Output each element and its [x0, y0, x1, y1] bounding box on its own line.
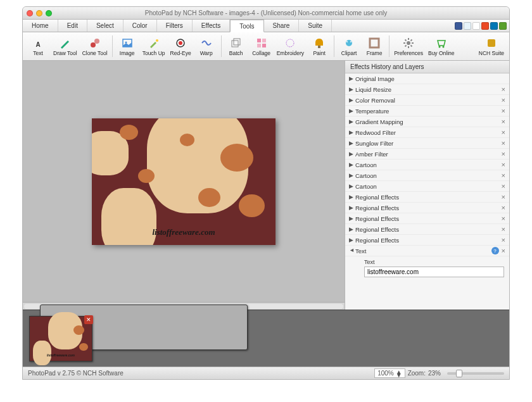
- minimize-window-button[interactable]: [36, 10, 42, 16]
- disclosure-arrow-icon[interactable]: ▶: [349, 108, 355, 114]
- layer-row[interactable]: ▶Cartoon?×: [345, 181, 509, 192]
- layer-delete-button[interactable]: ×: [502, 236, 505, 244]
- disclosure-arrow-icon[interactable]: ▼: [349, 248, 355, 254]
- thumbnail-item[interactable]: listoffreeware.com ✕: [29, 316, 92, 361]
- menu-color[interactable]: Color: [124, 20, 157, 32]
- disclosure-arrow-icon[interactable]: ▶: [349, 129, 355, 135]
- batch-button[interactable]: Batch: [224, 34, 249, 59]
- zoom-stepper[interactable]: ▲▼: [396, 370, 402, 377]
- layer-row[interactable]: ▶Regional Effects?×: [345, 235, 509, 246]
- info-icon[interactable]: ?: [491, 247, 499, 254]
- disclosure-arrow-icon[interactable]: ▶: [349, 215, 355, 222]
- clone-button[interactable]: Clone Tool: [80, 34, 110, 59]
- titlebar: PhotoPad by NCH Software - images-4 - (U…: [23, 7, 509, 20]
- disclosure-arrow-icon[interactable]: ▶: [349, 118, 355, 125]
- zoom-percent-field[interactable]: 100% ▲▼: [374, 368, 405, 378]
- zoom-slider-knob[interactable]: [456, 370, 462, 377]
- clipart-button[interactable]: Clipart: [336, 34, 362, 59]
- layer-row[interactable]: ▶Cartoon?×: [345, 170, 509, 181]
- text-icon: A: [32, 37, 44, 49]
- layer-row[interactable]: ▶Original Image?: [345, 73, 509, 84]
- zoom-window-button[interactable]: [46, 10, 52, 16]
- embroidery-button[interactable]: Embroidery: [274, 34, 307, 59]
- disclosure-arrow-icon[interactable]: ▶: [349, 151, 355, 157]
- paint-button[interactable]: Paint: [307, 34, 332, 59]
- buy-button[interactable]: Buy Online: [426, 34, 457, 59]
- layer-delete-button[interactable]: ×: [502, 225, 505, 233]
- menu-select[interactable]: Select: [87, 20, 124, 32]
- layer-delete-button[interactable]: ×: [502, 129, 505, 136]
- layer-delete-button[interactable]: ×: [502, 204, 505, 211]
- disclosure-arrow-icon[interactable]: ▶: [349, 86, 355, 92]
- layers-list: ▶Original Image?▶Liquid Resize?×▶Color R…: [345, 73, 509, 310]
- layer-row[interactable]: ▶Gradient Mapping?×: [345, 116, 509, 127]
- layer-delete-button[interactable]: ×: [502, 107, 505, 115]
- canvas-viewport[interactable]: listoffreeware.com: [23, 61, 345, 302]
- stumble-icon[interactable]: [481, 22, 489, 30]
- menu-filters[interactable]: Filters: [157, 20, 193, 32]
- menu-home[interactable]: Home: [23, 20, 58, 32]
- draw-button[interactable]: Draw Tool: [51, 34, 80, 59]
- layer-delete-button[interactable]: ×: [502, 85, 505, 93]
- layer-row[interactable]: ▼Text?×: [345, 246, 509, 256]
- layer-row[interactable]: ▶Color Removal?×: [345, 95, 509, 106]
- layer-row[interactable]: ▶Regional Effects?×: [345, 224, 509, 235]
- touchup-button[interactable]: Touch Up: [140, 34, 168, 59]
- layer-row[interactable]: ▶Regional Effects?×: [345, 192, 509, 203]
- redeye-button[interactable]: Red-Eye: [168, 34, 194, 59]
- thumbnail-close-button[interactable]: ✕: [84, 315, 93, 324]
- layer-row[interactable]: ▶Sunglow Filter?×: [345, 138, 509, 149]
- close-window-button[interactable]: [27, 10, 33, 16]
- svg-point-18: [350, 41, 352, 42]
- zoom-slider[interactable]: [447, 372, 504, 375]
- layer-delete-button[interactable]: ×: [502, 172, 505, 179]
- layer-row[interactable]: ▶Regional Effects?×: [345, 203, 509, 213]
- menu-share[interactable]: Share: [264, 20, 300, 32]
- layer-delete-button[interactable]: ×: [502, 118, 505, 125]
- disclosure-arrow-icon[interactable]: ▶: [349, 183, 355, 189]
- disclosure-arrow-icon[interactable]: ▶: [349, 204, 355, 211]
- menu-suite[interactable]: Suite: [299, 20, 332, 32]
- collage-icon: [255, 37, 268, 49]
- layer-delete-button[interactable]: ×: [502, 247, 505, 254]
- menu-edit[interactable]: Edit: [58, 20, 87, 32]
- layer-delete-button[interactable]: ×: [502, 150, 505, 158]
- menu-tools[interactable]: Tools: [230, 20, 263, 32]
- facebook-icon[interactable]: [455, 22, 462, 30]
- layer-delete-button[interactable]: ×: [502, 96, 505, 104]
- layer-row[interactable]: ▶Cartoon?×: [345, 160, 509, 170]
- disclosure-arrow-icon[interactable]: ▶: [349, 140, 355, 146]
- twitter-icon[interactable]: [464, 22, 471, 30]
- layer-row[interactable]: ▶Redwood Filter?×: [345, 127, 509, 138]
- layer-delete-button[interactable]: ×: [502, 193, 505, 201]
- collage-button[interactable]: Collage: [249, 34, 274, 59]
- disclosure-arrow-icon[interactable]: ▶: [349, 172, 355, 179]
- disclosure-arrow-icon[interactable]: ▶: [349, 161, 355, 168]
- text-input[interactable]: [364, 267, 504, 277]
- image-button[interactable]: Image: [115, 34, 140, 59]
- share-icon[interactable]: [499, 22, 507, 30]
- layer-row[interactable]: ▶Amber Filter?×: [345, 149, 509, 160]
- text-button[interactable]: AText: [25, 34, 51, 59]
- disclosure-arrow-icon[interactable]: ▶: [349, 237, 355, 243]
- layer-delete-button[interactable]: ×: [502, 161, 505, 168]
- layer-row[interactable]: ▶Liquid Resize?×: [345, 84, 509, 95]
- google-icon[interactable]: [472, 22, 480, 30]
- nch-suite-button[interactable]: NCH Suite: [476, 34, 507, 59]
- layer-delete-button[interactable]: ×: [502, 139, 505, 147]
- disclosure-arrow-icon[interactable]: ▶: [349, 194, 355, 200]
- svg-point-17: [346, 41, 348, 42]
- linkedin-icon[interactable]: [490, 22, 498, 30]
- canvas-h-scrollbar[interactable]: [23, 302, 345, 310]
- disclosure-arrow-icon[interactable]: ▶: [349, 75, 355, 82]
- disclosure-arrow-icon[interactable]: ▶: [349, 97, 355, 103]
- warp-button[interactable]: Warp: [194, 34, 219, 59]
- disclosure-arrow-icon[interactable]: ▶: [349, 226, 355, 232]
- menu-effects[interactable]: Effects: [193, 20, 230, 32]
- layer-row[interactable]: ▶Regional Effects?×: [345, 213, 509, 224]
- layer-row[interactable]: ▶Temperature?×: [345, 106, 509, 116]
- layer-delete-button[interactable]: ×: [502, 182, 505, 190]
- frame-button[interactable]: Frame: [362, 34, 387, 59]
- prefs-button[interactable]: Preferences: [391, 34, 426, 59]
- layer-delete-button[interactable]: ×: [502, 215, 505, 222]
